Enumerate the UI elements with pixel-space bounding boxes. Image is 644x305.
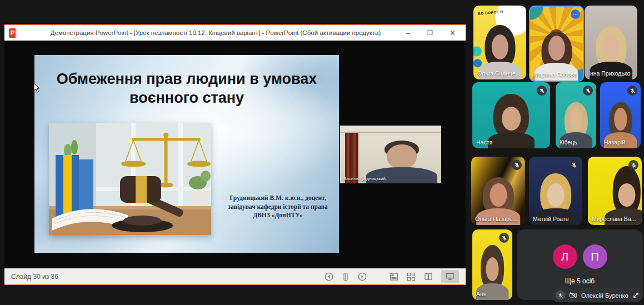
participant-name: Мирослава Ва... bbox=[592, 216, 636, 222]
tile-kibets[interactable]: Кібець bbox=[556, 82, 596, 148]
more-options-button[interactable]: ⋯ bbox=[571, 9, 580, 19]
justice-photo bbox=[49, 123, 211, 235]
status-bar: Слайд 30 из 36 bbox=[4, 268, 466, 285]
tile-myroslava-va[interactable]: Мирослава Ва... bbox=[588, 157, 642, 225]
participant-name: Назарій bbox=[604, 139, 625, 146]
participant-initial-badge: П bbox=[583, 244, 607, 269]
tile-olha-nazare[interactable]: Ольга Назаре... bbox=[471, 157, 525, 225]
mic-muted-icon bbox=[569, 160, 579, 170]
slide-title: Обмеження прав людини в умовах воєнного … bbox=[46, 69, 328, 107]
participant-name: Ольга Назаре... bbox=[475, 216, 517, 222]
more-people-label: Ще 5 осіб bbox=[565, 277, 595, 285]
participant-name: Аня bbox=[476, 291, 487, 297]
previous-slide-button[interactable] bbox=[325, 272, 333, 281]
tile-nazarii[interactable]: Назарій bbox=[600, 82, 641, 148]
presenter-video-tile[interactable]: Василь Грудницький bbox=[340, 126, 441, 183]
powerpoint-app-icon: P bbox=[9, 28, 18, 38]
mic-muted-icon bbox=[583, 86, 593, 96]
participant-initial-badge: Л bbox=[553, 244, 577, 269]
reading-view-button[interactable] bbox=[424, 272, 433, 281]
participant-name: Інна Приходько bbox=[588, 70, 630, 77]
participant-name: Ольга Сімінче... bbox=[477, 70, 520, 77]
camera-off-icon bbox=[569, 291, 577, 299]
powerpoint-window: P Демонстрация PowerPoint - [Урок незлам… bbox=[4, 24, 466, 285]
tile-matvii-roate[interactable]: Матвій Роате bbox=[529, 157, 582, 225]
tile-ania[interactable]: Аня bbox=[472, 229, 512, 300]
mic-muted-icon bbox=[499, 233, 509, 243]
mouse-cursor bbox=[33, 83, 40, 95]
participant-name: Настя bbox=[476, 139, 492, 146]
mic-muted-icon bbox=[628, 160, 638, 170]
participant-name: Кібець bbox=[560, 139, 577, 146]
slide-counter: Слайд 30 из 36 bbox=[11, 273, 58, 281]
mic-muted-icon bbox=[627, 86, 637, 96]
tile-inna-prykhodko[interactable]: Інна Приходько bbox=[585, 6, 637, 79]
slideshow-view-button[interactable] bbox=[441, 270, 459, 283]
slide-sorter-view-button[interactable] bbox=[407, 272, 416, 281]
close-button[interactable]: ✕ bbox=[450, 29, 456, 37]
tile-nastia[interactable]: Настя bbox=[472, 82, 550, 148]
maximize-button[interactable]: ❐ bbox=[427, 29, 433, 37]
pen-tool-button[interactable] bbox=[342, 272, 350, 281]
self-view-pill[interactable]: Олексій Буренко bbox=[552, 288, 643, 302]
self-name-label: Олексій Буренко bbox=[581, 292, 628, 299]
participant-name: Матвій Роате bbox=[533, 216, 569, 222]
mic-muted-icon bbox=[537, 86, 547, 96]
mic-off-icon bbox=[556, 291, 565, 300]
normal-view-button[interactable] bbox=[390, 272, 398, 281]
slide-credit-text: Грудницький В.М. к.ю.н., доцент, завідув… bbox=[218, 194, 338, 220]
mic-muted-icon bbox=[512, 160, 522, 170]
expand-icon[interactable] bbox=[632, 292, 640, 299]
participant-name: Марина Попова bbox=[534, 71, 577, 78]
window-title: Демонстрация PowerPoint - [Урок незламно… bbox=[27, 29, 405, 36]
next-slide-button[interactable] bbox=[358, 272, 367, 281]
slide: Обмеження прав людини в умовах воєнного … bbox=[34, 55, 339, 253]
slideshow-area: Обмеження прав людини в умовах воєнного … bbox=[4, 42, 466, 269]
tile-olha-siminche[interactable]: БО ВОРОГ Н Ольга Сімінче... bbox=[473, 6, 526, 79]
title-bar: P Демонстрация PowerPoint - [Урок незлам… bbox=[4, 25, 466, 41]
minimize-button[interactable]: – bbox=[406, 29, 410, 37]
presenter-name-label: Василь Грудницький bbox=[343, 176, 386, 181]
tile-maryna-popova[interactable]: ⋯ Марина Попова bbox=[529, 6, 584, 82]
